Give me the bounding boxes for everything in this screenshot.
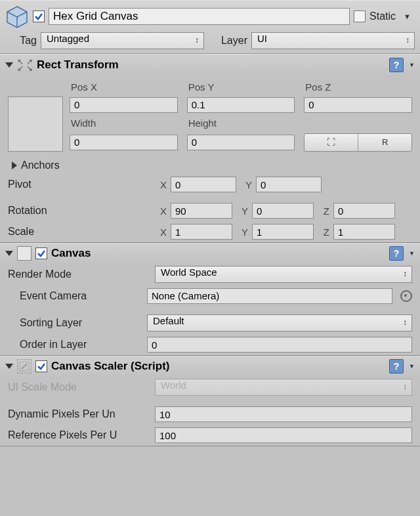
dynamic-ppu-label: Dynamic Pixels Per Un	[8, 408, 151, 420]
reference-ppu-field[interactable]	[155, 427, 412, 443]
component-enable-checkbox[interactable]	[35, 360, 47, 372]
ui-scale-mode-label: UI Scale Mode	[8, 381, 151, 393]
static-label: Static	[369, 11, 396, 22]
scale-x-field[interactable]	[171, 224, 232, 240]
height-field[interactable]	[187, 135, 295, 150]
rect-transform-icon: ↖↗↙↘	[17, 57, 33, 73]
width-field[interactable]	[70, 135, 178, 150]
posx-label: Pos X	[70, 81, 178, 93]
settings-gear-icon[interactable]: ▼	[408, 250, 415, 257]
rotation-label: Rotation	[8, 205, 151, 217]
canvas-scaler-icon	[17, 359, 32, 374]
layer-label: Layer	[208, 35, 247, 47]
posx-field[interactable]	[70, 97, 178, 113]
dynamic-ppu-field[interactable]	[155, 406, 412, 422]
posz-field[interactable]	[304, 97, 412, 113]
component-title: Canvas	[51, 247, 91, 260]
foldout-toggle[interactable]	[5, 251, 13, 256]
pivot-y-field[interactable]	[256, 177, 322, 192]
static-checkbox[interactable]	[354, 11, 366, 22]
object-picker-icon[interactable]	[400, 290, 412, 302]
tag-dropdown[interactable]: Untagged	[41, 32, 204, 49]
pivot-x-field[interactable]	[171, 177, 236, 192]
component-title: Canvas Scaler (Script)	[51, 360, 169, 373]
raw-mode-button[interactable]: R	[358, 134, 411, 151]
posz-label: Pos Z	[304, 81, 412, 93]
scale-z-field[interactable]	[333, 224, 395, 240]
canvas-component: Canvas ? ▼ Render Mode World Space Event…	[0, 243, 420, 356]
ui-scale-mode-dropdown: World	[155, 379, 412, 396]
rotation-y-field[interactable]	[252, 203, 314, 219]
order-in-layer-field[interactable]	[147, 337, 412, 353]
sorting-layer-label: Sorting Layer	[20, 317, 143, 329]
component-title: Rect Transform	[37, 58, 119, 72]
event-camera-label: Event Camera	[20, 290, 143, 302]
render-mode-dropdown[interactable]: World Space	[155, 266, 412, 283]
rotation-z-field[interactable]	[333, 203, 395, 219]
help-icon[interactable]: ?	[389, 359, 404, 374]
width-label: Width	[70, 118, 178, 129]
gameobject-icon[interactable]	[5, 5, 29, 28]
anchors-foldout[interactable]	[12, 161, 17, 169]
gameobject-header: Static ▼ Tag Untagged Layer UI	[0, 0, 420, 54]
anchor-preset-button[interactable]	[8, 97, 63, 152]
pivot-label: Pivot	[8, 179, 151, 190]
blueprint-raw-toggle[interactable]: ⛶ R	[304, 133, 412, 152]
foldout-toggle[interactable]	[5, 62, 13, 68]
settings-gear-icon[interactable]: ▼	[408, 363, 415, 370]
rect-transform-component: ↖↗↙↘ Rect Transform ? ▼ Pos X Pos Y Pos …	[0, 54, 420, 243]
anchors-label: Anchors	[21, 160, 60, 171]
order-in-layer-label: Order in Layer	[20, 339, 143, 351]
foldout-toggle[interactable]	[5, 364, 13, 369]
sorting-layer-dropdown[interactable]: Default	[147, 314, 412, 332]
posy-label: Pos Y	[187, 81, 295, 93]
rotation-x-field[interactable]	[171, 203, 232, 219]
help-icon[interactable]: ?	[389, 58, 404, 72]
layer-dropdown[interactable]: UI	[251, 32, 415, 49]
scale-label: Scale	[8, 226, 151, 238]
component-enable-checkbox[interactable]	[35, 247, 47, 259]
settings-gear-icon[interactable]: ▼	[408, 62, 415, 68]
help-icon[interactable]: ?	[389, 246, 404, 261]
reference-ppu-label: Reference Pixels Per U	[8, 429, 151, 441]
svg-line-17	[22, 364, 27, 369]
active-checkbox[interactable]	[33, 11, 45, 22]
posy-field[interactable]	[187, 97, 295, 113]
static-dropdown-arrow[interactable]: ▼	[400, 12, 415, 20]
height-label: Height	[187, 118, 295, 129]
canvas-icon	[17, 246, 32, 261]
gameobject-name-field[interactable]	[49, 8, 350, 25]
canvas-scaler-component: Canvas Scaler (Script) ? ▼ UI Scale Mode…	[0, 356, 420, 446]
event-camera-field[interactable]: None (Camera)	[147, 288, 392, 304]
render-mode-label: Render Mode	[8, 269, 151, 280]
blueprint-mode-icon[interactable]: ⛶	[304, 134, 358, 151]
tag-label: Tag	[8, 35, 37, 47]
scale-y-field[interactable]	[252, 224, 314, 240]
